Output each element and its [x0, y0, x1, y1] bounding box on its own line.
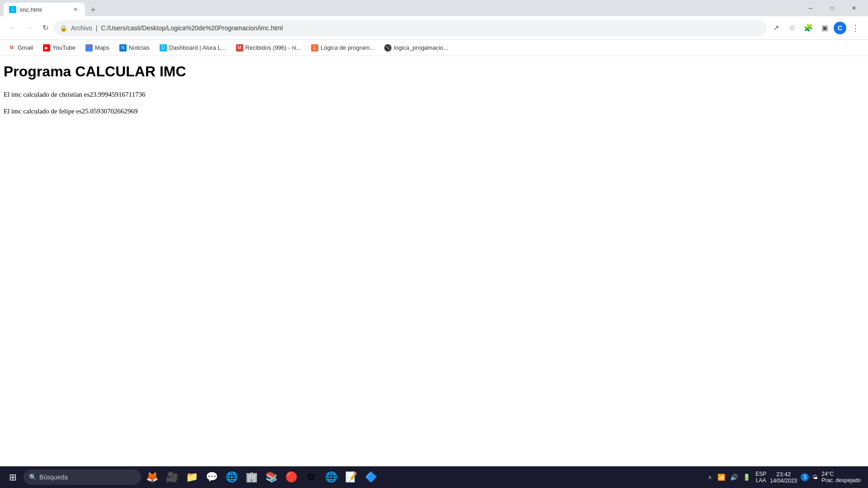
volume-icon[interactable]: 🔊 — [728, 472, 739, 483]
title-bar: i imc.html ✕ + ─ □ ✕ — [0, 0, 868, 16]
tray-icons: 📶 🔊 🔋 — [716, 472, 752, 483]
tab-area: i imc.html ✕ + — [4, 0, 99, 16]
bookmark-dashboard-label: Dashboard | Alura L... — [169, 44, 226, 51]
share-button[interactable]: ↗ — [769, 21, 783, 35]
weather-desc: Prac. despejado — [821, 477, 861, 483]
taskbar-search-label: Búsqueda — [39, 474, 68, 481]
clock[interactable]: 23:42 14/04/2023 — [770, 471, 797, 484]
close-button[interactable]: ✕ — [844, 0, 864, 16]
taskbar: ⊞ 🔍 Búsqueda 🦊 🎥 📁 💬 🌐 🏢 📚 🔴 ⚙ 🌐 📝 🔷 ∧ 📶… — [0, 466, 868, 488]
window-controls: ─ □ ✕ — [800, 0, 864, 16]
bookmark-noticias-label: Noticias — [129, 44, 150, 51]
language-code: ESP — [755, 471, 766, 477]
taskbar-app-fox[interactable]: 🦊 — [143, 468, 161, 486]
bookmark-recibidos[interactable]: M Recibidos (996) - ni... — [231, 42, 306, 53]
imc-line-christian: El imc calculado de christian es23.99945… — [4, 91, 864, 99]
taskbar-app-chrome[interactable]: 🌐 — [322, 468, 340, 486]
page-heading: Programa CALCULAR IMC — [4, 63, 864, 80]
bookmark-youtube-label: YouTube — [52, 44, 75, 51]
weather-info[interactable]: 24°C Prac. despejado — [821, 471, 861, 483]
taskbar-app-edge[interactable]: 🌐 — [222, 468, 241, 486]
profile-button[interactable]: C — [834, 22, 846, 34]
bookmark-maps[interactable]: 📍 Maps — [81, 42, 114, 53]
bookmark-gmail[interactable]: M Gmail — [4, 42, 38, 53]
bookmark-noticias[interactable]: N Noticias — [115, 42, 154, 53]
bookmark-youtube[interactable]: ▶ YouTube — [38, 42, 80, 53]
bookmark-maps-label: Maps — [95, 44, 109, 51]
gmail-favicon: M — [8, 44, 15, 52]
taskbar-app-red1[interactable]: 🔴 — [282, 468, 300, 486]
forward-button: → — [22, 21, 36, 35]
new-tab-button[interactable]: + — [87, 4, 99, 16]
taskbar-app-note[interactable]: 📝 — [342, 468, 360, 486]
imc-line-felipe: El imc calculado de felipe es25.05930702… — [4, 108, 864, 115]
taskbar-search[interactable]: 🔍 Búsqueda — [24, 469, 141, 485]
taskbar-app-video[interactable]: 🎥 — [163, 468, 181, 486]
clock-time: 23:42 — [770, 471, 797, 478]
taskbar-app-settings[interactable]: ⚙ — [302, 468, 320, 486]
language-variant: LAA — [755, 477, 766, 483]
refresh-button[interactable]: ↻ — [38, 21, 52, 35]
taskbar-app-book[interactable]: 📚 — [262, 468, 280, 486]
address-url: C:/Users/casti/Desktop/Logica%20de%20Pro… — [101, 24, 283, 32]
weather-icon: 🌤 — [812, 474, 818, 480]
maps-favicon: 📍 — [85, 44, 93, 52]
clock-date: 14/04/2023 — [770, 478, 797, 484]
bookmark-recibidos-label: Recibidos (996) - ni... — [245, 44, 302, 51]
minimize-button[interactable]: ─ — [800, 0, 821, 16]
start-button[interactable]: ⊞ — [4, 468, 22, 486]
lock-icon: 🔒 — [60, 24, 67, 32]
tray-expand-button[interactable]: ∧ — [708, 474, 712, 480]
bookmark-dashboard[interactable]: D Dashboard | Alura L... — [155, 42, 231, 53]
taskbar-app-blue[interactable]: 🔷 — [362, 468, 380, 486]
recibidos-favicon: M — [236, 44, 243, 52]
youtube-favicon: ▶ — [43, 44, 50, 52]
language-indicator[interactable]: ESP LAA — [755, 471, 766, 483]
sidebar-button[interactable]: ▣ — [817, 21, 832, 35]
maximize-button[interactable]: □ — [822, 0, 843, 16]
noticias-favicon: N — [119, 44, 127, 52]
taskbar-app-office[interactable]: 🏢 — [242, 468, 260, 486]
navigation-bar: ← → ↻ 🔒 Archivo | C:/Users/casti/Desktop… — [0, 16, 868, 40]
bookmark-gmail-label: Gmail — [18, 44, 33, 51]
taskbar-app-chat[interactable]: 💬 — [203, 468, 221, 486]
taskbar-search-icon: 🔍 — [29, 474, 37, 481]
bookmarks-bar: M Gmail ▶ YouTube 📍 Maps N Noticias D Da… — [0, 40, 868, 56]
menu-button[interactable]: ⋮ — [848, 21, 863, 35]
network-icon[interactable]: 📶 — [716, 472, 726, 483]
bookmark-button[interactable]: ☆ — [785, 21, 799, 35]
bookmark-github-label: logica_progamacio... — [394, 44, 448, 51]
extensions-button[interactable]: 🧩 — [801, 21, 816, 35]
address-bar[interactable]: 🔒 Archivo | C:/Users/casti/Desktop/Logic… — [54, 20, 767, 36]
github-favicon: ⌥ — [384, 44, 392, 52]
tab-title: imc.html — [20, 6, 68, 13]
bookmark-logica-label: Lógica de program... — [321, 44, 374, 51]
battery-icon[interactable]: 🔋 — [741, 472, 752, 483]
tab-favicon: i — [9, 6, 16, 13]
weather-temp: 24°C — [821, 471, 861, 477]
bookmark-github[interactable]: ⌥ logica_progamacio... — [380, 42, 453, 53]
tab-close-button[interactable]: ✕ — [71, 5, 80, 14]
address-separator: | — [96, 24, 98, 32]
system-tray: ∧ 📶 🔊 🔋 ESP LAA 23:42 14/04/2023 3 🌤 24°… — [704, 471, 864, 484]
notification-badge[interactable]: 3 — [801, 473, 809, 481]
nav-actions: ↗ ☆ 🧩 ▣ C ⋮ — [769, 21, 863, 35]
weather-widget[interactable]: 🌤 — [812, 474, 818, 480]
dashboard-favicon: D — [160, 44, 167, 52]
taskbar-app-folder[interactable]: 📁 — [183, 468, 201, 486]
logica-favicon: L — [311, 44, 318, 52]
address-protocol: Archivo — [71, 24, 92, 32]
bookmark-logica[interactable]: L Lógica de program... — [307, 42, 379, 53]
active-tab[interactable]: i imc.html ✕ — [4, 3, 85, 16]
back-button: ← — [5, 21, 20, 35]
page-content: Programa CALCULAR IMC El imc calculado d… — [0, 56, 868, 466]
